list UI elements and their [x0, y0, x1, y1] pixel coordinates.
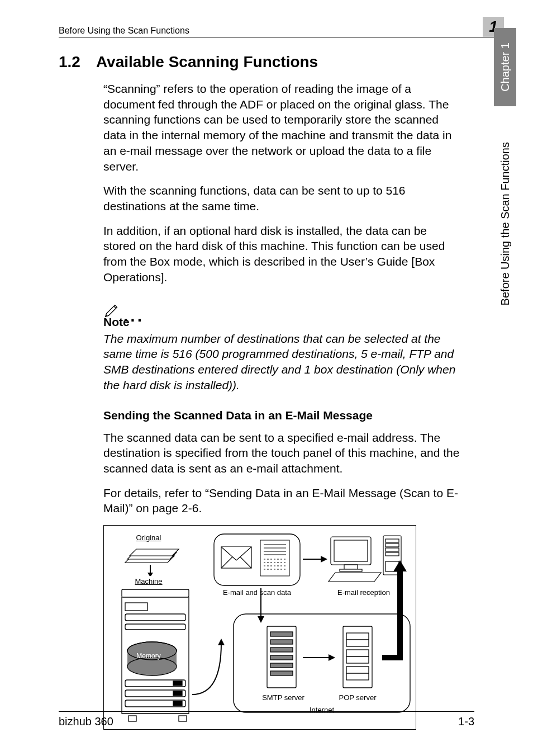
- side-tab-section: Before Using the Scan Functions: [494, 117, 516, 330]
- note-body: The maximum number of destinations that …: [103, 331, 460, 393]
- arrow-icon: [188, 632, 232, 699]
- email-data-icon: [213, 533, 301, 586]
- diagram-label-memory: Memory: [132, 652, 165, 660]
- svg-rect-23: [260, 540, 289, 576]
- svg-marker-63: [393, 560, 407, 571]
- diagram-label-pop: POP server: [330, 693, 386, 702]
- side-tab-section-label: Before Using the Scan Functions: [499, 142, 512, 305]
- section-title: Available Scanning Functions: [96, 53, 318, 71]
- svg-rect-40: [386, 544, 399, 547]
- svg-rect-7: [125, 624, 185, 630]
- svg-rect-47: [270, 640, 293, 644]
- svg-marker-60: [258, 616, 264, 623]
- svg-rect-37: [340, 569, 362, 571]
- svg-rect-51: [270, 671, 293, 675]
- running-title: Before Using the Scan Functions: [59, 26, 189, 36]
- note-label: Note: [103, 315, 460, 329]
- svg-marker-33: [321, 556, 327, 563]
- svg-marker-2: [130, 549, 179, 556]
- original-stack-icon: [120, 542, 181, 576]
- side-tab-chapter: Chapter 1: [494, 28, 516, 106]
- svg-rect-42: [386, 552, 399, 556]
- svg-rect-48: [270, 648, 293, 652]
- arrow-icon: [302, 652, 337, 663]
- svg-rect-50: [270, 663, 293, 668]
- svg-rect-49: [270, 655, 293, 660]
- svg-rect-4: [122, 589, 189, 597]
- paragraph: For details, refer to “Sending Data in a…: [103, 485, 460, 516]
- paragraph: The scanned data can be sent to a specif…: [103, 430, 460, 476]
- svg-rect-35: [334, 540, 368, 561]
- svg-marker-3: [147, 573, 153, 576]
- svg-rect-17: [173, 701, 182, 706]
- page-footer: bizhub 360 1-3: [59, 711, 474, 728]
- svg-point-10: [127, 658, 177, 675]
- pop-server-icon: [339, 624, 377, 691]
- diagram-label-original: Original: [126, 533, 171, 542]
- svg-rect-36: [344, 565, 358, 569]
- paragraph: In addition, if an optional hard disk is…: [103, 223, 460, 285]
- subsection-heading: Sending the Scanned Data in an E-Mail Me…: [103, 409, 460, 422]
- section-heading: 1.2 Available Scanning Functions: [59, 53, 460, 71]
- footer-left: bizhub 360: [59, 715, 113, 728]
- content-area: 1.2 Available Scanning Functions “Scanni…: [59, 53, 499, 730]
- diagram-label-machine: Machine: [126, 577, 171, 585]
- arrow-icon: [253, 587, 269, 625]
- diagram: Original Machine: [103, 525, 416, 730]
- svg-rect-46: [270, 632, 293, 636]
- smtp-server-icon: [263, 624, 301, 691]
- svg-rect-39: [386, 539, 399, 542]
- svg-marker-20: [218, 639, 225, 645]
- svg-rect-5: [125, 603, 147, 611]
- diagram-label-smtp: SMTP server: [253, 693, 314, 702]
- paragraph: “Scanning” refers to the operation of re…: [103, 81, 460, 174]
- paragraph: With the scanning functions, data can be…: [103, 183, 460, 214]
- svg-rect-6: [125, 614, 185, 621]
- svg-rect-16: [173, 691, 182, 696]
- arrow-icon: [378, 557, 407, 689]
- arrow-icon: [302, 554, 329, 565]
- running-header: Before Using the Scan Functions 1: [59, 17, 499, 37]
- svg-rect-41: [386, 548, 399, 551]
- svg-rect-15: [173, 681, 182, 686]
- side-tab-chapter-label: Chapter 1: [499, 42, 512, 92]
- section-number: 1.2: [59, 53, 80, 71]
- footer-right: 1-3: [458, 715, 474, 728]
- svg-marker-62: [329, 654, 335, 661]
